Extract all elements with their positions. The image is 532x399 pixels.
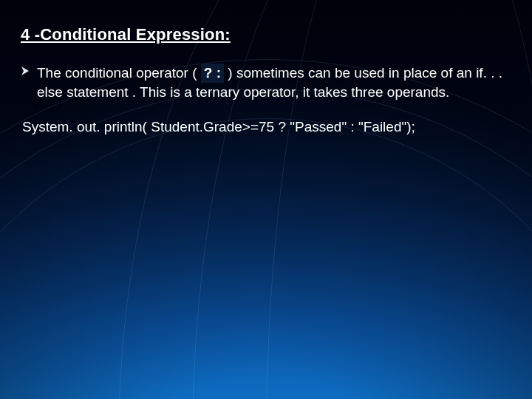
content-area: 4 -Conditional Expression: The condition… xyxy=(0,0,532,137)
section-title: 4 -Conditional Expression: xyxy=(21,25,511,44)
arrow-bullet-icon xyxy=(21,66,34,76)
operator-token: ? : xyxy=(201,64,224,83)
bullet-prefix: The conditional operator ( xyxy=(37,65,201,81)
bullet-item: The conditional operator ( ? : ) sometim… xyxy=(21,64,511,101)
bullet-text: The conditional operator ( ? : ) sometim… xyxy=(37,64,511,101)
bg-arc xyxy=(0,118,532,399)
slide: 4 -Conditional Expression: The condition… xyxy=(0,0,532,399)
code-example: System. out. println( Student.Grade>=75 … xyxy=(21,117,511,137)
